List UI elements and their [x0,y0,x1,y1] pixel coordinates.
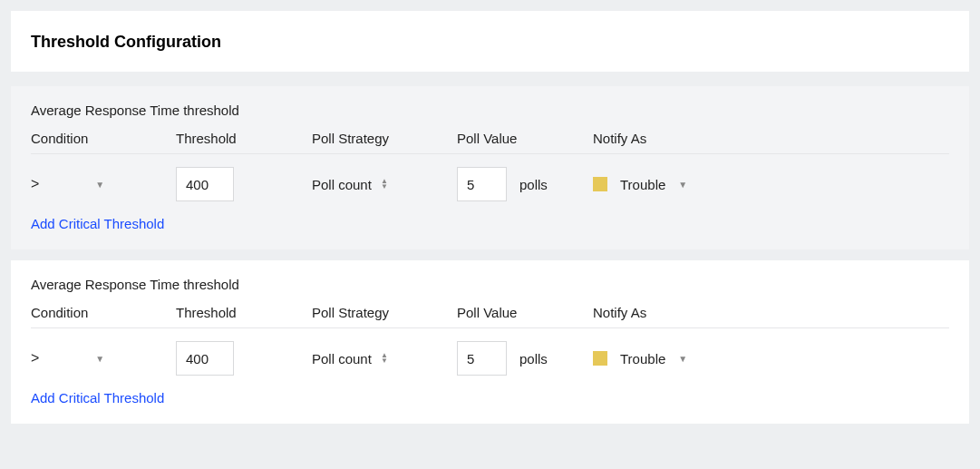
poll-unit-label: polls [519,177,548,192]
threshold-block-title: Average Response Time threshold [31,103,949,118]
chevron-down-icon: ▼ [678,354,687,364]
chevron-down-icon: ▼ [95,180,104,190]
threshold-values-row: > ▼ Poll count ▲▼ polls Trouble ▼ [31,341,949,376]
page-container: Threshold Configuration Average Response… [0,0,980,445]
add-critical-threshold-link[interactable]: Add Critical Threshold [31,216,949,231]
threshold-input[interactable] [176,167,234,201]
notify-as-label: Trouble [620,351,665,366]
condition-select[interactable]: > ▼ [31,176,176,192]
poll-unit-label: polls [519,351,548,366]
poll-strategy-label: Poll count [312,177,372,192]
column-header-notify-as: Notify As [588,131,788,146]
sort-icon: ▲▼ [381,179,388,190]
poll-value-input[interactable] [457,341,507,376]
notify-as-select[interactable]: Trouble ▼ [588,177,788,192]
add-critical-threshold-link[interactable]: Add Critical Threshold [31,390,949,405]
threshold-block: Average Response Time threshold Conditio… [11,86,969,249]
condition-select[interactable]: > ▼ [31,350,176,366]
header-card: Threshold Configuration [11,11,969,72]
threshold-block: Average Response Time threshold Conditio… [11,260,969,424]
sort-icon: ▲▼ [381,353,388,364]
condition-symbol: > [31,176,39,192]
column-header-poll-strategy: Poll Strategy [312,305,457,320]
columns-header-row: Condition Threshold Poll Strategy Poll V… [31,305,949,328]
chevron-down-icon: ▼ [678,180,687,190]
column-header-threshold: Threshold [176,131,312,146]
poll-strategy-select[interactable]: Poll count ▲▼ [312,351,457,366]
column-header-poll-strategy: Poll Strategy [312,131,457,146]
notify-as-select[interactable]: Trouble ▼ [588,351,788,366]
threshold-block-title: Average Response Time threshold [31,277,949,292]
condition-symbol: > [31,350,39,366]
columns-header-row: Condition Threshold Poll Strategy Poll V… [31,131,949,154]
column-header-condition: Condition [31,305,176,320]
column-header-threshold: Threshold [176,305,312,320]
page-title: Threshold Configuration [31,33,949,52]
poll-value-input[interactable] [457,167,507,201]
notify-as-label: Trouble [620,177,665,192]
poll-strategy-label: Poll count [312,351,372,366]
status-color-swatch [593,177,607,191]
column-header-poll-value: Poll Value [457,305,588,320]
column-header-notify-as: Notify As [588,305,788,320]
status-color-swatch [593,351,607,366]
column-header-poll-value: Poll Value [457,131,588,146]
threshold-values-row: > ▼ Poll count ▲▼ polls Trouble ▼ [31,167,949,201]
chevron-down-icon: ▼ [95,354,104,364]
poll-strategy-select[interactable]: Poll count ▲▼ [312,177,457,192]
column-header-condition: Condition [31,131,176,146]
threshold-input[interactable] [176,341,234,376]
